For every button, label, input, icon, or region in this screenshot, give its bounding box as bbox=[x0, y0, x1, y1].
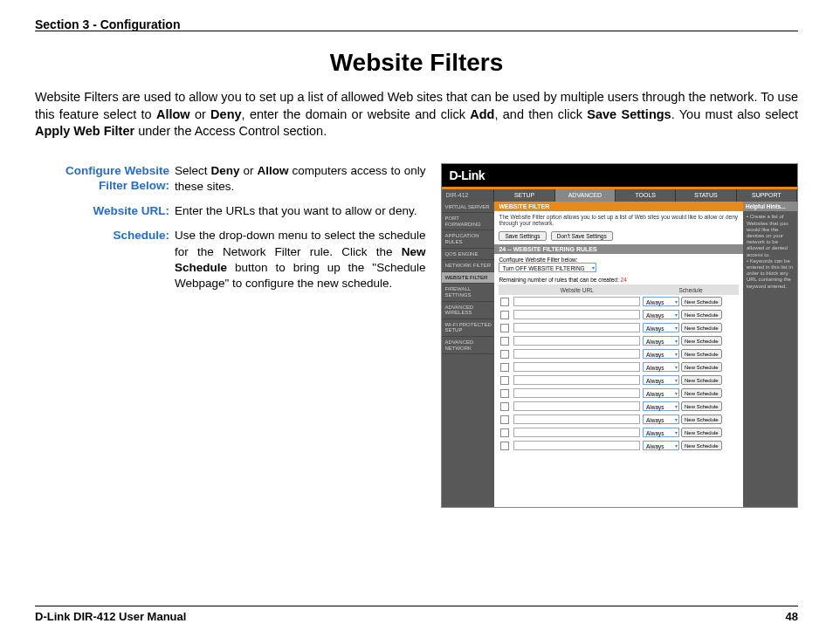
rule-row: AlwaysNew Schedule bbox=[499, 347, 739, 360]
def-label-schedule: Schedule: bbox=[35, 228, 175, 291]
schedule-select[interactable]: Always bbox=[643, 414, 679, 424]
sidebar-item[interactable]: NETWORK FILTER bbox=[442, 260, 494, 272]
rule-checkbox[interactable] bbox=[500, 442, 509, 450]
schedule-select[interactable]: Always bbox=[643, 362, 679, 372]
sidebar-item[interactable]: WI-FI PROTECTED SETUP bbox=[442, 319, 494, 337]
txt-bold: Allow bbox=[257, 164, 288, 177]
schedule-select[interactable]: Always bbox=[643, 297, 679, 306]
def-text-configure: Select Deny or Allow computers access to… bbox=[175, 163, 425, 195]
save-settings-button[interactable]: Save Settings bbox=[499, 231, 546, 241]
schedule-select[interactable]: Always bbox=[643, 336, 679, 346]
txt: Use the drop-down menu to select the sch… bbox=[175, 229, 425, 257]
schedule-select[interactable]: Always bbox=[643, 349, 679, 359]
rule-row: AlwaysNew Schedule bbox=[499, 334, 739, 347]
intro-bold: Deny bbox=[210, 107, 241, 121]
new-schedule-button[interactable]: New Schedule bbox=[681, 375, 722, 385]
schedule-select[interactable]: Always bbox=[643, 428, 679, 437]
url-input[interactable] bbox=[513, 297, 640, 306]
new-schedule-button[interactable]: New Schedule bbox=[681, 388, 722, 398]
new-schedule-button[interactable]: New Schedule bbox=[681, 336, 722, 346]
nav-tab-status[interactable]: STATUS bbox=[676, 189, 736, 202]
rule-checkbox[interactable] bbox=[500, 337, 509, 346]
new-schedule-button[interactable]: New Schedule bbox=[681, 310, 722, 319]
sidebar-item[interactable]: QOS ENGINE bbox=[442, 249, 494, 261]
new-schedule-button[interactable]: New Schedule bbox=[681, 428, 722, 437]
intro-paragraph: Website Filters are used to allow you to… bbox=[35, 89, 798, 140]
col-schedule: Schedule bbox=[643, 287, 739, 293]
url-input[interactable] bbox=[513, 362, 640, 372]
new-schedule-button[interactable]: New Schedule bbox=[681, 349, 722, 359]
dont-save-button[interactable]: Don't Save Settings bbox=[551, 231, 613, 241]
router-sidebar: VIRTUAL SERVERPORT FORWARDINGAPPLICATION… bbox=[442, 202, 494, 507]
url-input[interactable] bbox=[513, 441, 640, 450]
schedule-select[interactable]: Always bbox=[643, 388, 679, 398]
def-label-configure: Configure Website Filter Below: bbox=[35, 163, 175, 195]
content-section-head: WEBSITE FILTER bbox=[494, 202, 743, 211]
footer-page-number: 48 bbox=[786, 610, 798, 623]
new-schedule-button[interactable]: New Schedule bbox=[681, 362, 722, 372]
sidebar-item[interactable]: PORT FORWARDING bbox=[442, 213, 494, 230]
url-input[interactable] bbox=[513, 310, 640, 319]
rule-row: AlwaysNew Schedule bbox=[499, 439, 739, 452]
schedule-select[interactable]: Always bbox=[643, 375, 679, 385]
sidebar-item[interactable]: FIREWALL SETTINGS bbox=[442, 284, 494, 301]
rule-checkbox[interactable] bbox=[500, 311, 509, 319]
router-brand-bar: D-Link bbox=[442, 164, 797, 187]
new-schedule-button[interactable]: New Schedule bbox=[681, 323, 722, 332]
schedule-select[interactable]: Always bbox=[643, 401, 679, 411]
url-input[interactable] bbox=[513, 401, 640, 411]
rule-checkbox[interactable] bbox=[500, 324, 509, 332]
rule-checkbox[interactable] bbox=[500, 415, 509, 424]
schedule-select[interactable]: Always bbox=[643, 310, 679, 319]
new-schedule-button[interactable]: New Schedule bbox=[681, 414, 722, 424]
def-label-url: Website URL: bbox=[35, 203, 175, 219]
url-input[interactable] bbox=[513, 414, 640, 424]
rule-row: AlwaysNew Schedule bbox=[499, 360, 739, 373]
new-schedule-button[interactable]: New Schedule bbox=[681, 401, 722, 411]
rule-checkbox[interactable] bbox=[500, 376, 509, 385]
sidebar-item[interactable]: ADVANCED NETWORK bbox=[442, 337, 494, 354]
router-nav: DIR-412 SETUPADVANCEDTOOLSSTATUSSUPPORT bbox=[442, 189, 797, 202]
url-input[interactable] bbox=[513, 375, 640, 385]
url-input[interactable] bbox=[513, 323, 640, 332]
schedule-select[interactable]: Always bbox=[643, 441, 679, 450]
txt-bold: Deny bbox=[211, 164, 240, 177]
sidebar-item[interactable]: APPLICATION RULES bbox=[442, 230, 494, 248]
rule-row: AlwaysNew Schedule bbox=[499, 387, 739, 400]
url-input[interactable] bbox=[513, 428, 640, 437]
nav-tab-tools[interactable]: TOOLS bbox=[616, 189, 676, 202]
schedule-select[interactable]: Always bbox=[643, 323, 679, 332]
url-input[interactable] bbox=[513, 388, 640, 398]
definitions: Configure Website Filter Below: Select D… bbox=[35, 163, 425, 508]
rule-row: AlwaysNew Schedule bbox=[499, 321, 739, 334]
rule-checkbox[interactable] bbox=[500, 428, 509, 437]
rule-row: AlwaysNew Schedule bbox=[499, 295, 739, 308]
help-panel: Helpful Hints... • Create a list of Webs… bbox=[743, 202, 797, 507]
rule-checkbox[interactable] bbox=[500, 402, 509, 411]
intro-text: or bbox=[190, 107, 211, 121]
rule-row: AlwaysNew Schedule bbox=[499, 426, 739, 439]
filter-mode-select[interactable]: Turn OFF WEBSITE FILTERING bbox=[499, 263, 595, 272]
rule-checkbox[interactable] bbox=[500, 363, 509, 372]
config-label: Configure Website Filter below: bbox=[499, 257, 739, 263]
url-input[interactable] bbox=[513, 336, 640, 346]
rule-checkbox[interactable] bbox=[500, 350, 509, 359]
sidebar-item[interactable]: VIRTUAL SERVER bbox=[442, 202, 494, 214]
rule-row: AlwaysNew Schedule bbox=[499, 308, 739, 321]
new-schedule-button[interactable]: New Schedule bbox=[681, 297, 722, 306]
rule-checkbox[interactable] bbox=[500, 298, 509, 306]
rule-checkbox[interactable] bbox=[500, 389, 509, 398]
nav-tab-support[interactable]: SUPPORT bbox=[737, 189, 797, 202]
content-desc: The Website Filter option allows you to … bbox=[494, 211, 743, 230]
nav-tab-setup[interactable]: SETUP bbox=[494, 189, 554, 202]
model-label: DIR-412 bbox=[442, 189, 494, 202]
intro-text: , and then click bbox=[494, 107, 587, 121]
url-input[interactable] bbox=[513, 349, 640, 359]
def-text-url: Enter the URLs that you want to allow or… bbox=[175, 203, 425, 219]
sidebar-item[interactable]: ADVANCED WIRELESS bbox=[442, 302, 494, 319]
nav-tab-advanced[interactable]: ADVANCED bbox=[555, 189, 616, 202]
intro-text: , enter the domain or website and click bbox=[242, 107, 471, 121]
sidebar-item[interactable]: WEBSITE FILTER bbox=[442, 272, 494, 284]
new-schedule-button[interactable]: New Schedule bbox=[681, 441, 722, 450]
page-title: Website Filters bbox=[35, 49, 798, 77]
